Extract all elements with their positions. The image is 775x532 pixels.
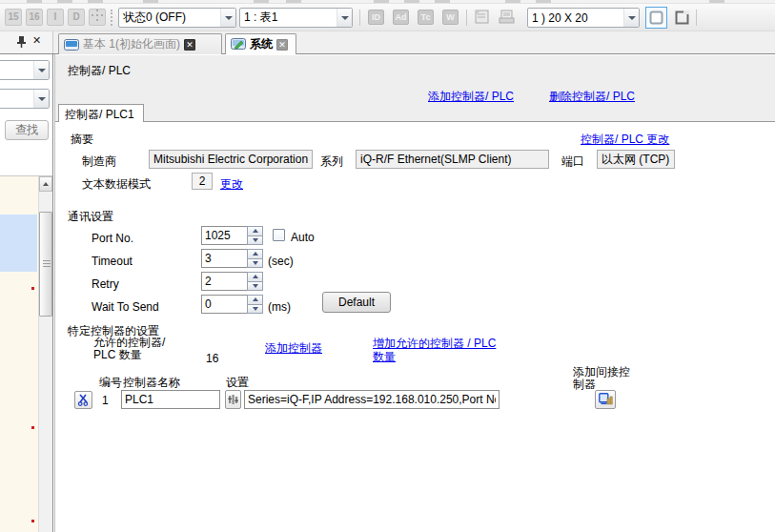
base-screen-icon: [64, 39, 79, 51]
screen-list-panel: [0, 175, 53, 532]
add-controller-link[interactable]: 添加控制器: [265, 340, 322, 357]
chevron-down-icon[interactable]: [33, 90, 49, 108]
port-no-input[interactable]: [201, 226, 247, 245]
text-data-mode-label: 文本数据模式: [82, 176, 151, 193]
spin-up-icon[interactable]: [247, 272, 263, 282]
comment-list-icon: [473, 9, 492, 27]
chevron-down-icon[interactable]: [623, 9, 639, 27]
close-panel-icon[interactable]: ✕: [32, 34, 41, 47]
toolbar-clipped-icon: [254, 0, 269, 3]
spin-down-icon[interactable]: [247, 282, 263, 292]
toolbar-i-button[interactable]: I: [47, 9, 64, 26]
spin-down-icon[interactable]: [247, 305, 263, 315]
tab-controller-plc1[interactable]: 控制器/ PLC1: [58, 104, 144, 122]
chevron-down-icon[interactable]: [220, 9, 235, 27]
document-tab-bar: ✕ 基本 1(初始化画面) ✕ 系统 ✕: [0, 31, 775, 54]
comment-list-button[interactable]: [473, 9, 492, 30]
add-controller-plc-link[interactable]: 添加控制器/ PLC: [428, 89, 514, 105]
port-no-label: Port No.: [92, 232, 133, 245]
device-settings-button[interactable]: [225, 390, 241, 409]
table-combobox-value: 1 : 表1: [240, 10, 337, 26]
scrollbar-thumb[interactable]: [39, 212, 52, 317]
spin-down-icon[interactable]: [247, 236, 263, 246]
selected-screen-item[interactable]: [0, 215, 37, 272]
toolbar-separator: [466, 10, 467, 26]
frame-icon: [649, 10, 663, 25]
toolbar-clipped-icon: [374, 0, 389, 3]
sidebar-filter-combobox[interactable]: [0, 60, 50, 80]
manufacturer-field: Mitsubishi Electric Corporation: [149, 150, 313, 169]
spin-up-icon[interactable]: [247, 249, 263, 259]
pin-icon[interactable]: [16, 35, 27, 51]
tab-basic-screen[interactable]: 基本 1(初始化画面) ✕: [58, 33, 222, 54]
spin-up-icon[interactable]: [247, 295, 263, 305]
wait-to-send-input[interactable]: [201, 295, 247, 314]
state-combobox-value: 状态0 (OFF): [119, 10, 220, 26]
toolbar-clipped-icon: [57, 0, 72, 3]
state-combobox[interactable]: 状态0 (OFF): [118, 8, 236, 28]
auto-checkbox[interactable]: [273, 229, 285, 241]
column-controller-name: 控制器名称: [123, 375, 180, 391]
toolbar-separator: [696, 10, 697, 26]
increase-allowed-link[interactable]: 增加允许的控制器 / PLC 数量: [373, 337, 502, 363]
toolbar-id-button[interactable]: ID: [368, 10, 384, 25]
timeout-unit: (sec): [268, 255, 294, 268]
toolbar-16-button[interactable]: 16: [26, 9, 43, 26]
toolbar-snap-grid-button[interactable]: [89, 9, 106, 26]
find-button[interactable]: 查找: [5, 120, 49, 140]
add-indirect-controller-button[interactable]: [595, 390, 616, 409]
tab-system[interactable]: 系统 ✕: [225, 33, 296, 54]
grid-size-combobox-value: 1 ) 20 X 20: [528, 11, 623, 25]
device-row-number: 1: [102, 394, 109, 407]
table-combobox[interactable]: 1 : 表1: [239, 8, 353, 28]
controller-name-input[interactable]: [121, 390, 220, 409]
column-number: 编号: [99, 375, 122, 391]
controller-plc-change-link[interactable]: 控制器/ PLC 更改: [581, 132, 669, 148]
toolbar-clipped-icon: [286, 0, 301, 3]
allowed-controllers-count: 16: [206, 352, 218, 365]
toolbar-15-button[interactable]: 15: [5, 9, 22, 26]
toolbar-clipped-icon: [536, 0, 551, 3]
text-data-mode-change-link[interactable]: 更改: [220, 176, 243, 193]
page-title: 控制器/ PLC: [68, 63, 131, 79]
close-icon[interactable]: ✕: [276, 39, 288, 51]
chevron-down-icon[interactable]: [33, 61, 49, 79]
timeout-input[interactable]: [201, 249, 247, 268]
toolbar-clipped-icon: [435, 0, 450, 3]
device-setup-button[interactable]: [74, 391, 92, 409]
timeout-label: Timeout: [92, 255, 133, 268]
sidebar-search-combobox[interactable]: [0, 89, 50, 109]
toolbar-grip[interactable]: [111, 10, 113, 26]
grid-size-combobox[interactable]: 1 ) 20 X 20: [527, 8, 640, 28]
indirect-controller-icon: [599, 393, 613, 406]
timeout-spinner: [201, 249, 263, 268]
spin-down-icon[interactable]: [247, 259, 263, 269]
toolbar-ad-button[interactable]: Ad: [393, 10, 409, 25]
toolbar-clipped-icon: [27, 0, 42, 3]
toolbar-d-button[interactable]: D: [68, 9, 85, 26]
screen-frame-button-active[interactable]: [645, 7, 667, 29]
toolbar-clipped-icon: [709, 0, 724, 3]
screen-frame-outline-button[interactable]: [672, 8, 692, 28]
manufacturer-label: 制造商: [82, 153, 116, 170]
summary-heading: 摘要: [71, 132, 93, 148]
retry-input[interactable]: [201, 272, 247, 291]
toolbar-tc-button[interactable]: Tc: [418, 10, 434, 25]
device-tools-icon: [77, 394, 90, 406]
sidebar-scrollbar[interactable]: [38, 176, 52, 532]
port-no-spinner: [201, 226, 263, 245]
device-settings-summary-input[interactable]: [244, 390, 500, 409]
toolbar-w-button[interactable]: W: [442, 10, 459, 25]
plc1-settings-content: 控制器/ PLC 更改 摘要 制造商 Mitsubishi Electric C…: [55, 122, 775, 532]
default-button[interactable]: Default: [322, 292, 391, 313]
chevron-down-icon[interactable]: [337, 9, 352, 27]
scroll-up-icon[interactable]: [39, 176, 52, 192]
spin-up-icon[interactable]: [247, 226, 263, 236]
printer-icon: [498, 9, 517, 27]
tab-system-label: 系统: [250, 36, 273, 52]
print-button[interactable]: [498, 9, 517, 30]
close-icon[interactable]: ✕: [184, 39, 195, 51]
port-label: 端口: [561, 153, 584, 170]
screen-thumb-marker: [31, 287, 34, 290]
delete-controller-plc-link[interactable]: 删除控制器/ PLC: [549, 89, 635, 105]
